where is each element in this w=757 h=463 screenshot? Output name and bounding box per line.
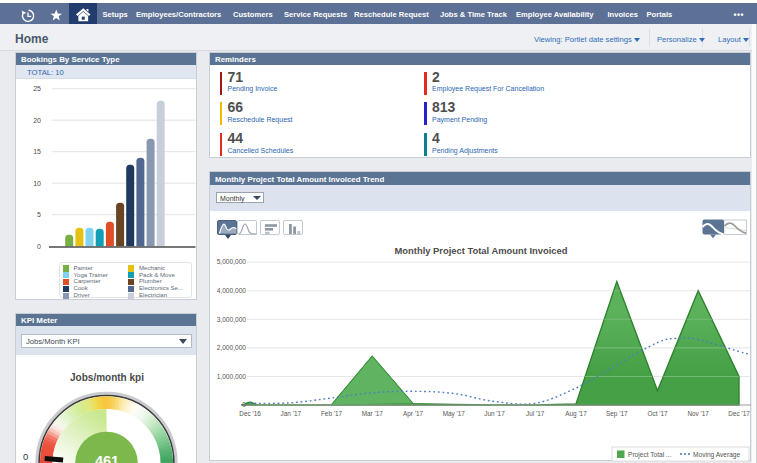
svg-text:3,000,000: 3,000,000 <box>217 316 247 323</box>
svg-text:Moving Average: Moving Average <box>693 451 740 459</box>
svg-text:Dec '16: Dec '16 <box>239 410 261 417</box>
svg-text:Jun '17: Jun '17 <box>484 410 505 417</box>
svg-text:Jan '17: Jan '17 <box>281 410 302 417</box>
svg-text:20: 20 <box>33 116 41 123</box>
svg-text:Jul '17: Jul '17 <box>526 410 545 417</box>
svg-text:5,000,000: 5,000,000 <box>217 258 247 265</box>
svg-text:0: 0 <box>23 451 28 462</box>
svg-text:10: 10 <box>33 179 41 186</box>
svg-text:1,000,000: 1,000,000 <box>217 373 247 380</box>
svg-text:5: 5 <box>37 211 41 218</box>
svg-text:0: 0 <box>37 242 41 249</box>
svg-text:0: 0 <box>242 401 246 408</box>
svg-text:2,000,000: 2,000,000 <box>217 344 247 351</box>
svg-text:Apr '17: Apr '17 <box>403 410 423 418</box>
svg-text:461: 461 <box>95 453 119 463</box>
svg-text:Dec '17: Dec '17 <box>728 410 750 417</box>
svg-text:Feb '17: Feb '17 <box>321 410 343 417</box>
svg-text:25: 25 <box>33 85 41 92</box>
svg-text:15: 15 <box>33 148 41 155</box>
svg-text:4,000,000: 4,000,000 <box>217 287 247 294</box>
svg-text:Nov '17: Nov '17 <box>687 410 709 417</box>
svg-text:Mar '17: Mar '17 <box>362 410 384 417</box>
svg-text:Oct '17: Oct '17 <box>647 410 667 417</box>
svg-text:Project Total ...: Project Total ... <box>628 451 672 459</box>
svg-text:May '17: May '17 <box>443 410 466 418</box>
svg-text:Aug '17: Aug '17 <box>565 410 587 418</box>
svg-text:Sep '17: Sep '17 <box>606 410 628 418</box>
